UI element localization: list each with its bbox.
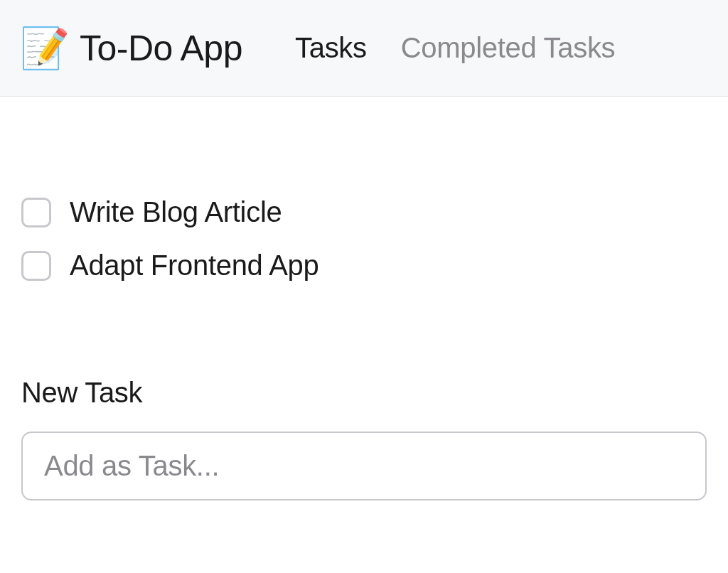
app-title: To-Do App	[80, 28, 242, 69]
memo-icon: 📝	[20, 28, 70, 68]
nav-tabs: Tasks Completed Tasks	[295, 32, 615, 64]
new-task-input[interactable]	[21, 432, 707, 500]
tab-tasks[interactable]: Tasks	[295, 32, 367, 64]
main-content: Write Blog Article Adapt Frontend App Ne…	[0, 97, 728, 500]
task-checkbox[interactable]	[21, 198, 51, 227]
task-label: Adapt Frontend App	[70, 250, 318, 282]
task-row: Adapt Frontend App	[21, 250, 707, 282]
new-task-heading: New Task	[21, 377, 707, 409]
task-checkbox[interactable]	[21, 251, 51, 281]
tab-completed-tasks[interactable]: Completed Tasks	[401, 32, 616, 64]
task-label: Write Blog Article	[70, 196, 282, 228]
app-header: 📝 To-Do App Tasks Completed Tasks	[0, 0, 728, 97]
task-row: Write Blog Article	[21, 196, 707, 228]
